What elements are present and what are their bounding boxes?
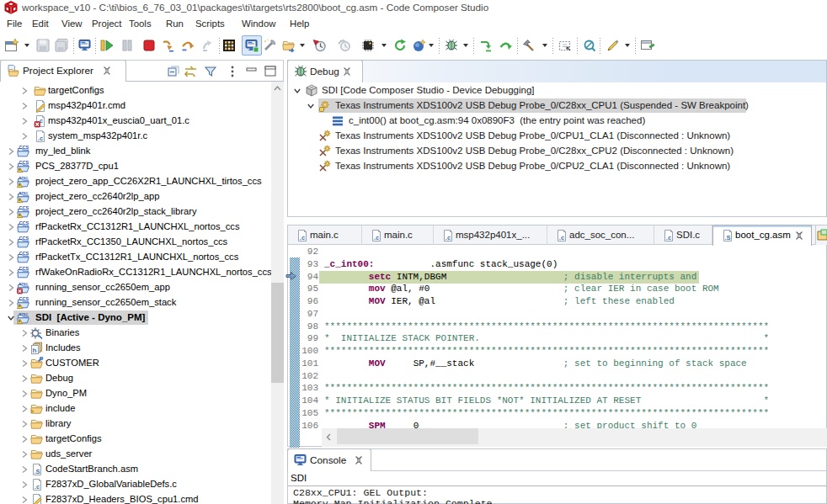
svg-text:.S: .S bbox=[724, 234, 730, 241]
svg-text:CCS: CCS bbox=[19, 160, 29, 165]
svg-text:h: h bbox=[33, 347, 37, 354]
svg-text:CCS: CCS bbox=[19, 205, 29, 210]
svg-text:.c: .c bbox=[666, 234, 671, 241]
svg-text:RTSC: RTSC bbox=[19, 312, 29, 316]
svg-text:.c: .c bbox=[374, 234, 379, 241]
svg-text:CCS: CCS bbox=[19, 266, 29, 271]
svg-text:RTSC: RTSC bbox=[19, 191, 29, 195]
svg-text:.c: .c bbox=[35, 483, 40, 491]
svg-text:.c: .c bbox=[300, 234, 305, 241]
svg-text:.c: .c bbox=[38, 135, 43, 142]
svg-text:CCS: CCS bbox=[19, 236, 29, 241]
svg-text:RTSC: RTSC bbox=[19, 282, 29, 286]
svg-text:CCS: CCS bbox=[19, 145, 29, 150]
svg-text:CCS: CCS bbox=[19, 296, 29, 301]
svg-text:CCS: CCS bbox=[19, 251, 29, 256]
svg-text:RTSC: RTSC bbox=[19, 176, 29, 180]
svg-text:.c: .c bbox=[446, 234, 451, 241]
svg-text:.c: .c bbox=[559, 234, 564, 241]
svg-text:CCS: CCS bbox=[19, 220, 29, 225]
svg-text:.S: .S bbox=[34, 468, 40, 475]
